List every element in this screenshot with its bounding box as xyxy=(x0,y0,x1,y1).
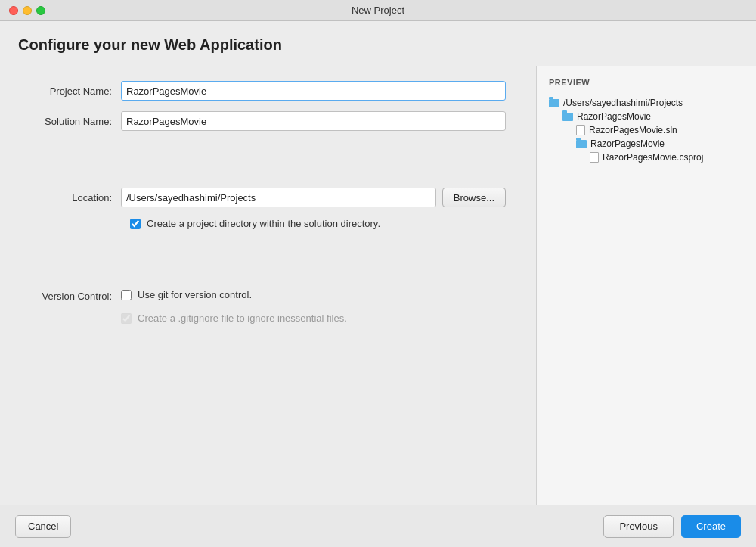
version-control-label: Version Control: xyxy=(30,289,121,302)
create-dir-checkbox[interactable] xyxy=(130,219,141,229)
version-control-row: Version Control: Use git for version con… xyxy=(30,289,506,330)
project-name-input[interactable] xyxy=(121,81,506,101)
tree-item-label: /Users/sayedhashimi/Projects xyxy=(563,98,683,108)
body-area: Project Name: Solution Name: Location: B… xyxy=(0,66,756,505)
tree-item-label: RazorPagesMovie.sln xyxy=(589,125,677,135)
tree-item: RazorPagesMovie xyxy=(549,110,744,123)
gitignore-label: Create a .gitignore file to ignore iness… xyxy=(138,312,347,324)
tree-item: RazorPagesMovie.sln xyxy=(549,123,744,137)
solution-name-row: Solution Name: xyxy=(30,111,506,131)
cancel-button[interactable]: Cancel xyxy=(15,515,71,538)
gitignore-checkbox[interactable] xyxy=(121,313,132,324)
window-title: New Project xyxy=(352,5,404,16)
bottom-bar: Cancel Previous Create xyxy=(0,505,756,547)
tree-item-label: RazorPagesMovie xyxy=(577,111,651,122)
tree-item-label: RazorPagesMovie xyxy=(590,138,665,149)
title-bar: New Project xyxy=(0,0,756,21)
create-dir-label: Create a project directory within the so… xyxy=(147,218,380,229)
main-content: Configure your new Web Application Proje… xyxy=(0,21,756,505)
file-icon xyxy=(576,125,585,135)
tree-item: RazorPagesMovie xyxy=(549,137,744,151)
file-tree: /Users/sayedhashimi/Projects RazorPagesM… xyxy=(549,96,744,164)
create-dir-row: Create a project directory within the so… xyxy=(130,218,506,229)
left-panel: Project Name: Solution Name: Location: B… xyxy=(0,66,537,505)
browse-button[interactable]: Browse... xyxy=(442,188,506,207)
file-icon xyxy=(590,152,599,163)
git-checkbox[interactable] xyxy=(121,290,132,300)
solution-name-label: Solution Name: xyxy=(30,116,121,127)
tree-item-label: RazorPagesMovie.csproj xyxy=(603,152,703,163)
right-buttons: Previous Create xyxy=(603,515,741,538)
tree-item: /Users/sayedhashimi/Projects xyxy=(549,96,744,110)
location-section: Location: Browse... Create a project dir… xyxy=(30,188,506,235)
location-input[interactable] xyxy=(121,188,436,207)
version-control-section: Version Control: Use git for version con… xyxy=(30,289,506,337)
previous-button[interactable]: Previous xyxy=(603,515,674,538)
solution-name-input[interactable] xyxy=(121,111,506,131)
separator-2 xyxy=(30,266,506,266)
project-name-label: Project Name: xyxy=(30,85,121,97)
location-label: Location: xyxy=(30,192,121,204)
folder-icon xyxy=(549,99,559,107)
preview-title: PREVIEW xyxy=(549,78,744,87)
separator-1 xyxy=(30,172,506,172)
name-section: Project Name: Solution Name: xyxy=(30,81,506,141)
project-name-row: Project Name: xyxy=(30,81,506,101)
version-options: Use git for version control. Create a .g… xyxy=(121,289,347,330)
git-label: Use git for version control. xyxy=(138,289,252,300)
tree-item: RazorPagesMovie.csproj xyxy=(549,151,744,164)
folder-icon xyxy=(576,140,587,148)
location-row: Location: Browse... xyxy=(30,188,506,207)
folder-icon xyxy=(562,113,573,121)
git-checkbox-row: Use git for version control. xyxy=(121,289,347,300)
traffic-lights xyxy=(9,6,45,15)
minimize-button[interactable] xyxy=(23,6,32,15)
preview-panel: PREVIEW /Users/sayedhashimi/Projects Raz… xyxy=(537,66,756,505)
create-button[interactable]: Create xyxy=(681,515,741,538)
maximize-button[interactable] xyxy=(36,6,45,15)
gitignore-checkbox-row: Create a .gitignore file to ignore iness… xyxy=(121,312,347,324)
page-title: Configure your new Web Application xyxy=(0,21,756,66)
close-button[interactable] xyxy=(9,6,18,15)
